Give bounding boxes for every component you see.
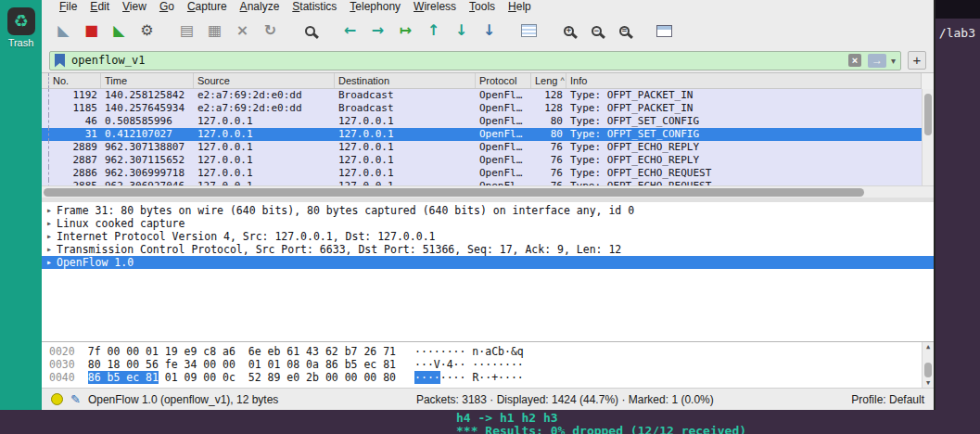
hex-vscrollbar[interactable]: ▲ ▼ [922,342,934,388]
terminal-line: *** Results: 0% dropped (12/12 received) [0,425,980,434]
column-header-proto[interactable]: Protocol [476,73,531,88]
toolbar-group [298,19,323,44]
toolbar-group: ▤▦×↻ [174,19,283,44]
colorize-icon[interactable] [516,19,541,44]
column-header-info[interactable]: Info [566,73,922,88]
packet-row[interactable]: 310.412107027127.0.0.1127.0.0.1OpenFl…80… [42,128,922,141]
column-header-no[interactable]: No. [49,73,101,88]
toolbar-group [652,19,677,44]
status-bar: ✎ OpenFlow 1.0 (openflow_v1), 12 bytes P… [42,388,934,410]
packet-list-vscrollbar[interactable] [922,89,934,185]
status-profile[interactable]: Profile: Default [851,393,924,406]
reload-icon[interactable]: ↻ [258,19,283,44]
capture-comment-icon[interactable]: ✎ [70,392,81,406]
toolbar-group: ←→↦↑↓↓ [337,19,502,44]
expander-icon[interactable]: ▸ [42,243,57,256]
hex-offset: 0040 [49,371,75,384]
packet-row[interactable]: 2886962.306999718127.0.0.1127.0.0.1OpenF… [42,167,922,180]
go-bottom-icon[interactable]: ↓ [449,19,474,44]
terminal-line: h4 -> h1 h2 h3 [0,412,980,425]
column-header-dst[interactable]: Destination [335,73,476,88]
expander-icon[interactable]: ▸ [42,256,57,269]
menu-item-statistics[interactable]: Statistics [286,0,343,13]
desktop: ♻ Trash /lab3 h4 -> h1 h2 h3*** Results:… [0,0,980,434]
toolbar-group [516,19,541,44]
packet-row[interactable]: 2887962.307115652127.0.0.1127.0.0.1OpenF… [42,154,922,167]
go-top-icon[interactable]: ↑ [421,19,446,44]
packet-row[interactable]: 1192140.258125842e2:a7:69:2d:e0:ddBroadc… [42,89,922,102]
capture-stop-icon[interactable]: ■ [79,19,104,44]
menu-bar: FileEditViewGoCaptureAnalyzeStatisticsTe… [42,0,934,13]
column-header-len[interactable]: Leng^ [531,73,566,88]
filter-apply-icon[interactable]: → [868,54,886,68]
scroll-up-icon[interactable]: ▲ [923,342,934,351]
go-back-icon[interactable]: ← [337,19,363,44]
detail-row[interactable]: ▸Transmission Control Protocol, Src Port… [42,243,934,256]
hex-row[interactable]: 003080 18 00 56 fe 34 00 00 01 01 08 0a … [49,358,919,371]
trash-label: Trash [0,37,42,48]
filter-clear-icon[interactable]: × [848,54,861,67]
column-header-gutter [42,73,49,88]
find-packet-icon[interactable] [298,19,323,44]
packet-list-header: No.TimeSourceDestinationProtocolLeng^Inf… [42,73,922,89]
terminal-right-edge[interactable]: /lab3 [935,0,980,410]
packet-list-hscrollbar[interactable] [42,185,934,198]
capture-options-icon[interactable]: ⚙ [134,19,159,44]
open-file-icon[interactable]: ▤ [174,19,199,44]
toolbar-group [556,19,637,44]
menu-item-view[interactable]: View [116,0,153,13]
go-forward-icon[interactable]: → [365,19,390,44]
hex-dump-pane: 00207f 00 00 01 19 e9 c8 a6 6e eb 61 43 … [42,341,934,388]
auto-scroll-icon[interactable]: ↓ [477,19,502,44]
zoom-out-icon[interactable] [584,19,609,44]
menu-item-file[interactable]: File [53,0,83,13]
resize-columns-icon[interactable] [652,19,677,44]
display-filter-field[interactable]: × → ▾ [49,51,901,70]
menu-item-go[interactable]: Go [153,0,181,13]
detail-row[interactable]: ▸Internet Protocol Version 4, Src: 127.0… [42,230,934,243]
menu-item-wireless[interactable]: Wireless [407,0,463,13]
filter-dropdown-icon[interactable]: ▾ [891,56,896,66]
zoom-reset-icon[interactable] [612,19,637,44]
filter-add-button[interactable]: + [908,51,926,70]
zoom-in-icon[interactable] [556,19,581,44]
column-header-time[interactable]: Time [101,73,194,88]
expander-icon[interactable]: ▸ [42,230,57,243]
terminal-titlebar-edge [935,0,980,19]
hex-rows: 00207f 00 00 01 19 e9 c8 a6 6e eb 61 43 … [49,345,919,384]
hex-row[interactable]: 00207f 00 00 01 19 e9 c8 a6 6e eb 61 43 … [49,345,919,358]
save-file-icon[interactable]: ▦ [202,19,227,44]
menu-item-tools[interactable]: Tools [463,0,502,13]
expert-info-icon[interactable] [51,393,63,405]
wireshark-window: FileEditViewGoCaptureAnalyzeStatisticsTe… [42,0,935,410]
terminal-output: h4 -> h1 h2 h3*** Results: 0% dropped (1… [0,412,980,434]
filter-input[interactable] [71,54,848,67]
packet-row[interactable]: 1185140.257645934e2:a7:69:2d:e0:ddBroadc… [42,102,922,115]
trash-icon[interactable]: ♻ [7,7,35,35]
capture-start-icon[interactable]: ◣ [51,19,76,44]
packet-row[interactable]: 2889962.307138807127.0.0.1127.0.0.1OpenF… [42,141,922,154]
menu-item-help[interactable]: Help [502,0,538,13]
menu-item-analyze[interactable]: Analyze [234,0,286,13]
packet-list-vscroll-thumb[interactable] [924,94,932,135]
hex-vscroll-thumb[interactable] [924,363,932,377]
filter-bookmark-icon[interactable] [55,54,65,68]
close-file-icon[interactable]: × [230,19,255,44]
detail-row[interactable]: ▸OpenFlow 1.0 [42,256,934,269]
scroll-down-icon[interactable]: ▼ [923,378,934,388]
capture-restart-icon[interactable]: ◣ [107,19,132,44]
packet-list-hscroll-thumb[interactable] [44,188,864,197]
expander-icon[interactable]: ▸ [42,204,57,217]
expander-icon[interactable]: ▸ [42,217,57,230]
hex-row[interactable]: 004086 b5 ec 81 01 09 00 0c 52 89 e0 2b … [49,371,919,384]
packet-row[interactable]: 460.508585996127.0.0.1127.0.0.1OpenFl…80… [42,115,922,128]
menu-item-edit[interactable]: Edit [83,0,116,13]
menu-item-telephony[interactable]: Telephony [343,0,407,13]
go-to-packet-icon[interactable]: ↦ [393,19,418,44]
terminal-window[interactable]: h4 -> h1 h2 h3*** Results: 0% dropped (1… [0,410,980,434]
detail-row[interactable]: ▸Linux cooked capture [42,217,934,230]
main-toolbar: ◣■◣⚙▤▦×↻←→↦↑↓↓ [42,13,934,48]
column-header-src[interactable]: Source [194,73,335,88]
menu-item-capture[interactable]: Capture [181,0,234,13]
detail-row[interactable]: ▸Frame 31: 80 bytes on wire (640 bits), … [42,204,934,217]
